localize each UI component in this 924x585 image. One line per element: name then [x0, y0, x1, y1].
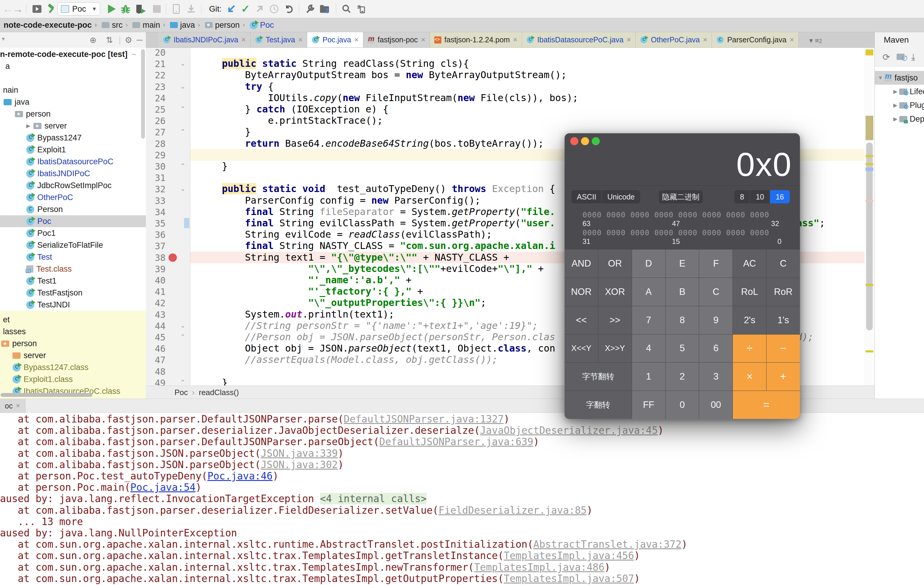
calc-key-÷[interactable]: ÷ [733, 335, 766, 363]
calc-key-+[interactable]: + [767, 363, 800, 391]
git-commit-icon[interactable]: ✓ [239, 0, 252, 18]
chevron-right-icon[interactable]: ▶ [26, 122, 33, 129]
breadcrumb-item-main[interactable]: main› [132, 21, 168, 30]
code-line-41[interactable]: "'_tfactory':{ }," + [190, 286, 423, 297]
code-line-44[interactable]: //String personStr = "{'name':"+text1+",… [190, 320, 538, 331]
code-line-25[interactable]: } catch (IOException e) { [190, 104, 389, 115]
tree-item-person[interactable]: person [0, 108, 146, 120]
chevron-right-icon[interactable]: ▶ [891, 102, 899, 109]
zoom-traffic-light[interactable] [592, 137, 600, 145]
refresh-icon[interactable]: ⟳ [883, 52, 890, 62]
stripe-mark[interactable] [866, 350, 873, 353]
calc-key-4[interactable]: 4 [632, 335, 665, 363]
code-line-34[interactable]: final String fileSeparator = System.getP… [190, 206, 555, 218]
stripe-mark[interactable] [866, 284, 873, 286]
calc-key-C[interactable]: C [767, 250, 800, 278]
tree-item-java[interactable]: java [0, 96, 146, 108]
locate-icon[interactable]: ⊕ [89, 35, 96, 45]
code-line-40[interactable]: "'_name':'a.b'," + [190, 274, 412, 286]
calc-key-OR[interactable]: OR [598, 250, 632, 278]
tab-IbatisJNDIPoC.java[interactable]: IbatisJNDIPoC.java✕ [158, 32, 251, 48]
tree-item-Person[interactable]: Person [0, 203, 146, 215]
tree-item-SerializeToFlatFile[interactable]: SerializeToFlatFile [0, 239, 146, 251]
calc-key-字节翻转[interactable]: 字节翻转 [564, 363, 632, 391]
breadcrumb-method[interactable]: readClass() [199, 388, 239, 397]
calculator-window[interactable]: 0x0 ASCIIUnicode 隐藏二进制 81016 0000 0000 0… [564, 133, 800, 419]
calc-key-X<<Y[interactable]: X<<Y [564, 335, 598, 363]
download-sources-icon[interactable]: ⤓ [911, 52, 915, 62]
code-line-42[interactable]: "\"_outputProperties\":{ }}\n"; [190, 297, 486, 308]
code-line-43[interactable]: System.out.println(text1); [190, 308, 394, 320]
calc-key-FF[interactable]: FF [632, 391, 665, 419]
code-line-38[interactable]: String text1 = "{\"@type\":\"" + NASTY_C… [190, 252, 509, 263]
device-icon[interactable] [169, 0, 183, 18]
encoding-unicode-button[interactable]: Unicode [602, 190, 640, 203]
chevron-right-icon[interactable]: ▶ [891, 88, 899, 95]
calc-key-AC[interactable]: AC [733, 250, 766, 278]
stripe-mark[interactable] [866, 163, 873, 165]
close-icon[interactable]: ✕ [16, 402, 20, 409]
calc-key-字翻转[interactable]: 字翻转 [564, 391, 632, 419]
project-tree-horizontal-scrollbar[interactable] [1, 393, 92, 397]
stacktrace-link[interactable]: JSON.java:302 [261, 459, 338, 471]
calc-key-C[interactable]: C [699, 278, 733, 306]
code-line-30[interactable]: } [190, 160, 228, 172]
git-update-icon[interactable] [224, 0, 238, 18]
encoding-ascii-button[interactable]: ASCII [571, 190, 602, 203]
tree-item-Test.class[interactable]: Test.class [0, 263, 146, 275]
sync-folder-icon[interactable]: ⭯ [896, 52, 904, 62]
tab-Poc.java[interactable]: Poc.java✕ [307, 32, 363, 48]
code-line-35[interactable]: final String evilClassPath = System.getP… [190, 218, 555, 229]
code-line-49[interactable]: } [190, 377, 228, 386]
tool-window-icon[interactable] [30, 0, 43, 18]
calc-key-<<[interactable]: << [564, 306, 598, 334]
tab-OtherPoC.java[interactable]: OtherPoC.java✕ [635, 32, 712, 48]
tree-item-et[interactable]: et [0, 314, 146, 326]
stripe-mark[interactable] [866, 168, 873, 171]
calc-key-=[interactable]: = [733, 391, 800, 419]
fold-down-icon[interactable]: ⌄ [179, 185, 186, 193]
stacktrace-link[interactable]: Poc.java:46 [207, 470, 272, 482]
base-16-button[interactable]: 16 [770, 190, 790, 203]
calc-key-2[interactable]: 2 [666, 363, 699, 391]
calc-key-RoL[interactable]: RoL [733, 278, 766, 306]
code-line-24[interactable]: IOUtils.copy(new FileInputStream(new Fil… [190, 92, 578, 104]
calc-key-B[interactable]: B [666, 278, 699, 306]
tree-item-Test[interactable]: Test [0, 251, 146, 263]
stacktrace-link[interactable]: JSON.java:339 [261, 448, 338, 459]
calc-key-×[interactable]: × [733, 363, 766, 391]
run-icon[interactable] [105, 0, 119, 18]
base-10-button[interactable]: 10 [750, 190, 770, 203]
wrench-icon[interactable] [303, 0, 317, 18]
search-icon[interactable] [340, 0, 353, 18]
maven-item-Plug[interactable]: ▶Plug [875, 98, 924, 112]
base-8-button[interactable]: 8 [734, 190, 750, 203]
calc-key-1[interactable]: 1 [632, 363, 665, 391]
calc-key-F[interactable]: F [699, 250, 733, 278]
tree-item-OtherPoC[interactable]: OtherPoC [0, 191, 146, 203]
code-line-46[interactable]: Object obj = JSON.parseObject(text1, Obj… [190, 343, 555, 354]
calc-key-9[interactable]: 9 [699, 306, 733, 334]
fold-up-icon[interactable]: ⌃ [179, 162, 186, 170]
fold-up-icon[interactable]: ⌃ [179, 128, 186, 136]
calc-key-E[interactable]: E [666, 250, 699, 278]
fold-down-icon[interactable]: ⌄ [179, 59, 186, 68]
code-line-33[interactable]: ParserConfig config = new ParserConfig()… [190, 195, 480, 206]
tree-item-IbatisDatasourcePoC[interactable]: IbatisDatasourcePoC [0, 156, 146, 168]
code-line-28[interactable]: return Base64.encodeBase64String(bos.toB… [190, 138, 544, 149]
calc-key-X>>Y[interactable]: X>>Y [598, 335, 632, 363]
stop-icon[interactable] [150, 0, 163, 18]
stacktrace-link[interactable]: DefaultJSONParser.java:1327 [343, 413, 503, 425]
tree-item-TestFastjson[interactable]: TestFastjson [0, 287, 146, 299]
stacktrace-link[interactable]: AbstractTranslet.java:372 [533, 539, 681, 550]
breadcrumb-item-Poc[interactable]: Poc [250, 21, 274, 30]
project-structure-icon[interactable] [317, 0, 332, 18]
close-icon[interactable]: ✕ [354, 36, 359, 43]
code-line-47[interactable]: //assertEquals(Model.class, obj.getClass… [190, 354, 498, 365]
breadcrumb-item-java[interactable]: java› [170, 21, 203, 30]
calc-key-−[interactable]: − [767, 335, 800, 363]
tree-item-Poc1[interactable]: Poc1 [0, 227, 146, 239]
stacktrace-link[interactable]: TemplatesImpl.java:456 [504, 550, 634, 562]
code-line-27[interactable]: } [190, 126, 251, 137]
chevron-right-icon[interactable]: ▶ [891, 116, 899, 122]
